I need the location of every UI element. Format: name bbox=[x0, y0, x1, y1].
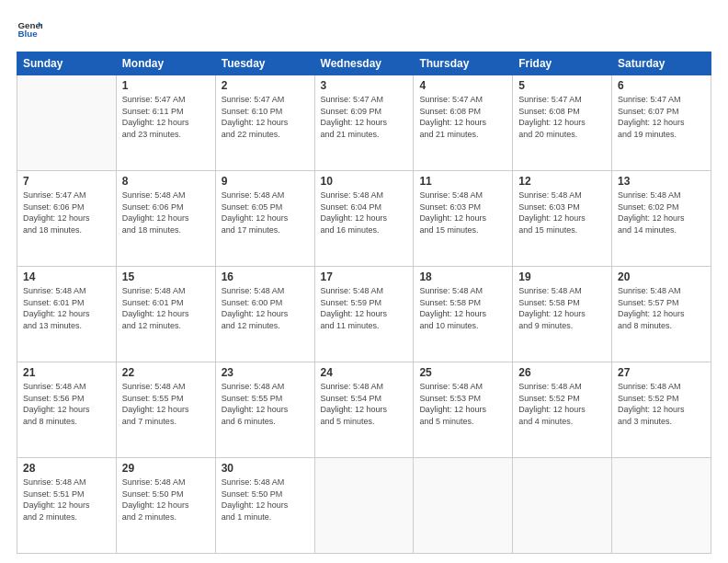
day-number: 22 bbox=[122, 366, 210, 379]
day-number: 24 bbox=[321, 366, 408, 379]
calendar-cell: 23Sunrise: 5:48 AM Sunset: 5:55 PM Dayli… bbox=[215, 362, 314, 458]
day-info: Sunrise: 5:48 AM Sunset: 6:03 PM Dayligh… bbox=[419, 190, 506, 236]
calendar-cell: 9Sunrise: 5:48 AM Sunset: 6:05 PM Daylig… bbox=[215, 171, 314, 267]
day-number: 25 bbox=[419, 366, 506, 379]
svg-text:Blue: Blue bbox=[17, 29, 38, 39]
day-info: Sunrise: 5:48 AM Sunset: 5:52 PM Dayligh… bbox=[518, 381, 606, 427]
day-info: Sunrise: 5:48 AM Sunset: 5:53 PM Dayligh… bbox=[419, 381, 506, 427]
day-info: Sunrise: 5:48 AM Sunset: 5:55 PM Dayligh… bbox=[122, 381, 210, 427]
calendar-cell: 10Sunrise: 5:48 AM Sunset: 6:04 PM Dayli… bbox=[314, 171, 414, 267]
day-number: 8 bbox=[122, 175, 210, 188]
day-info: Sunrise: 5:48 AM Sunset: 6:01 PM Dayligh… bbox=[23, 285, 110, 331]
day-info: Sunrise: 5:48 AM Sunset: 5:50 PM Dayligh… bbox=[222, 477, 309, 523]
day-number: 26 bbox=[518, 366, 606, 379]
calendar-cell: 24Sunrise: 5:48 AM Sunset: 5:54 PM Dayli… bbox=[314, 362, 414, 458]
day-info: Sunrise: 5:48 AM Sunset: 5:50 PM Dayligh… bbox=[122, 477, 210, 523]
day-info: Sunrise: 5:48 AM Sunset: 6:06 PM Dayligh… bbox=[122, 190, 210, 236]
calendar-cell: 6Sunrise: 5:47 AM Sunset: 6:07 PM Daylig… bbox=[612, 75, 711, 171]
weekday-header: Sunday bbox=[17, 52, 117, 75]
day-info: Sunrise: 5:47 AM Sunset: 6:06 PM Dayligh… bbox=[23, 190, 110, 236]
day-number: 4 bbox=[419, 79, 506, 92]
logo-icon: General Blue bbox=[17, 17, 42, 42]
day-number: 27 bbox=[618, 366, 705, 379]
day-info: Sunrise: 5:48 AM Sunset: 6:05 PM Dayligh… bbox=[222, 190, 309, 236]
header: General Blue bbox=[17, 17, 711, 42]
calendar-table: SundayMondayTuesdayWednesdayThursdayFrid… bbox=[17, 52, 711, 554]
day-number: 17 bbox=[321, 270, 408, 283]
day-number: 9 bbox=[222, 175, 309, 188]
calendar-cell bbox=[612, 458, 711, 554]
day-info: Sunrise: 5:48 AM Sunset: 5:58 PM Dayligh… bbox=[518, 285, 606, 331]
day-info: Sunrise: 5:48 AM Sunset: 5:54 PM Dayligh… bbox=[321, 381, 408, 427]
calendar-cell bbox=[414, 458, 513, 554]
day-number: 30 bbox=[222, 462, 309, 475]
calendar-cell: 22Sunrise: 5:48 AM Sunset: 5:55 PM Dayli… bbox=[116, 362, 215, 458]
weekday-header: Tuesday bbox=[215, 52, 314, 75]
calendar-cell: 17Sunrise: 5:48 AM Sunset: 5:59 PM Dayli… bbox=[314, 267, 414, 362]
weekday-header: Saturday bbox=[612, 52, 711, 75]
calendar-cell bbox=[513, 458, 612, 554]
day-number: 3 bbox=[321, 79, 408, 92]
weekday-header: Monday bbox=[116, 52, 215, 75]
day-info: Sunrise: 5:48 AM Sunset: 6:04 PM Dayligh… bbox=[321, 190, 408, 236]
calendar-cell: 1Sunrise: 5:47 AM Sunset: 6:11 PM Daylig… bbox=[116, 75, 215, 171]
calendar-cell: 3Sunrise: 5:47 AM Sunset: 6:09 PM Daylig… bbox=[314, 75, 414, 171]
day-number: 1 bbox=[122, 79, 210, 92]
day-number: 14 bbox=[23, 270, 110, 283]
calendar-cell bbox=[314, 458, 414, 554]
day-number: 13 bbox=[618, 175, 705, 188]
day-number: 18 bbox=[419, 270, 506, 283]
day-info: Sunrise: 5:48 AM Sunset: 5:59 PM Dayligh… bbox=[321, 285, 408, 331]
day-info: Sunrise: 5:48 AM Sunset: 6:02 PM Dayligh… bbox=[618, 190, 705, 236]
day-info: Sunrise: 5:48 AM Sunset: 5:57 PM Dayligh… bbox=[618, 285, 705, 331]
weekday-header: Friday bbox=[513, 52, 612, 75]
day-info: Sunrise: 5:47 AM Sunset: 6:08 PM Dayligh… bbox=[419, 94, 506, 140]
day-number: 29 bbox=[122, 462, 210, 475]
day-number: 5 bbox=[518, 79, 606, 92]
logo: General Blue bbox=[17, 17, 42, 42]
day-number: 23 bbox=[222, 366, 309, 379]
calendar-cell: 16Sunrise: 5:48 AM Sunset: 6:00 PM Dayli… bbox=[215, 267, 314, 362]
page: General Blue SundayMondayTuesdayWednesda… bbox=[0, 0, 728, 563]
day-number: 16 bbox=[222, 270, 309, 283]
calendar-cell: 20Sunrise: 5:48 AM Sunset: 5:57 PM Dayli… bbox=[612, 267, 711, 362]
calendar-cell: 19Sunrise: 5:48 AM Sunset: 5:58 PM Dayli… bbox=[513, 267, 612, 362]
calendar-cell: 5Sunrise: 5:47 AM Sunset: 6:08 PM Daylig… bbox=[513, 75, 612, 171]
calendar-cell: 13Sunrise: 5:48 AM Sunset: 6:02 PM Dayli… bbox=[612, 171, 711, 267]
day-info: Sunrise: 5:48 AM Sunset: 5:58 PM Dayligh… bbox=[419, 285, 506, 331]
day-number: 12 bbox=[518, 175, 606, 188]
day-number: 2 bbox=[222, 79, 309, 92]
calendar-cell: 14Sunrise: 5:48 AM Sunset: 6:01 PM Dayli… bbox=[17, 267, 117, 362]
day-number: 20 bbox=[618, 270, 705, 283]
day-info: Sunrise: 5:47 AM Sunset: 6:09 PM Dayligh… bbox=[321, 94, 408, 140]
calendar-cell: 12Sunrise: 5:48 AM Sunset: 6:03 PM Dayli… bbox=[513, 171, 612, 267]
calendar-cell: 11Sunrise: 5:48 AM Sunset: 6:03 PM Dayli… bbox=[414, 171, 513, 267]
calendar-cell: 4Sunrise: 5:47 AM Sunset: 6:08 PM Daylig… bbox=[414, 75, 513, 171]
day-info: Sunrise: 5:48 AM Sunset: 5:55 PM Dayligh… bbox=[222, 381, 309, 427]
calendar-cell: 15Sunrise: 5:48 AM Sunset: 6:01 PM Dayli… bbox=[116, 267, 215, 362]
day-number: 10 bbox=[321, 175, 408, 188]
calendar-cell: 8Sunrise: 5:48 AM Sunset: 6:06 PM Daylig… bbox=[116, 171, 215, 267]
day-number: 28 bbox=[23, 462, 110, 475]
day-info: Sunrise: 5:48 AM Sunset: 6:00 PM Dayligh… bbox=[222, 285, 309, 331]
day-info: Sunrise: 5:48 AM Sunset: 5:52 PM Dayligh… bbox=[618, 381, 705, 427]
day-info: Sunrise: 5:48 AM Sunset: 6:03 PM Dayligh… bbox=[518, 190, 606, 236]
day-info: Sunrise: 5:47 AM Sunset: 6:08 PM Dayligh… bbox=[518, 94, 606, 140]
day-number: 11 bbox=[419, 175, 506, 188]
day-info: Sunrise: 5:48 AM Sunset: 5:56 PM Dayligh… bbox=[23, 381, 110, 427]
calendar-cell: 7Sunrise: 5:47 AM Sunset: 6:06 PM Daylig… bbox=[17, 171, 117, 267]
calendar-cell: 21Sunrise: 5:48 AM Sunset: 5:56 PM Dayli… bbox=[17, 362, 117, 458]
calendar-cell: 29Sunrise: 5:48 AM Sunset: 5:50 PM Dayli… bbox=[116, 458, 215, 554]
day-info: Sunrise: 5:47 AM Sunset: 6:07 PM Dayligh… bbox=[618, 94, 705, 140]
calendar-cell: 28Sunrise: 5:48 AM Sunset: 5:51 PM Dayli… bbox=[17, 458, 117, 554]
day-number: 21 bbox=[23, 366, 110, 379]
day-info: Sunrise: 5:47 AM Sunset: 6:11 PM Dayligh… bbox=[122, 94, 210, 140]
calendar-cell bbox=[17, 75, 117, 171]
calendar-cell: 26Sunrise: 5:48 AM Sunset: 5:52 PM Dayli… bbox=[513, 362, 612, 458]
day-info: Sunrise: 5:48 AM Sunset: 5:51 PM Dayligh… bbox=[23, 477, 110, 523]
weekday-header: Wednesday bbox=[314, 52, 414, 75]
day-info: Sunrise: 5:48 AM Sunset: 6:01 PM Dayligh… bbox=[122, 285, 210, 331]
calendar-cell: 25Sunrise: 5:48 AM Sunset: 5:53 PM Dayli… bbox=[414, 362, 513, 458]
calendar-cell: 2Sunrise: 5:47 AM Sunset: 6:10 PM Daylig… bbox=[215, 75, 314, 171]
calendar-cell: 18Sunrise: 5:48 AM Sunset: 5:58 PM Dayli… bbox=[414, 267, 513, 362]
